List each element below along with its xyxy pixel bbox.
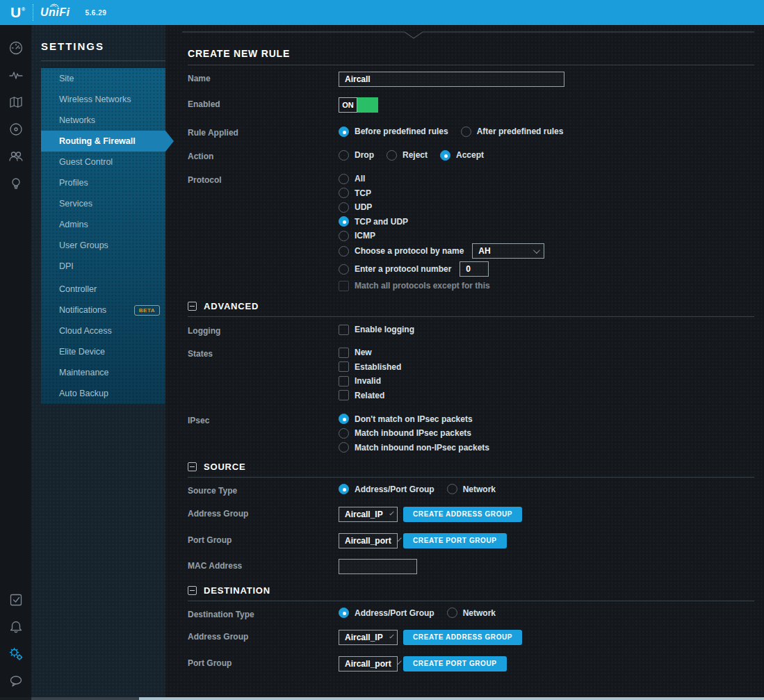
statistics-icon[interactable] (7, 66, 25, 84)
top-bar: U® UniFi 5.6.29 (0, 0, 764, 25)
chat-icon[interactable] (7, 672, 25, 690)
advanced-section-header: ADVANCED (188, 301, 754, 317)
settings-icon[interactable] (7, 645, 25, 663)
events-icon[interactable] (7, 591, 25, 609)
sidebar-item-admins[interactable]: Admins (41, 214, 165, 235)
sidebar-item-controller[interactable]: Controller (41, 279, 165, 300)
name-input[interactable] (339, 72, 564, 87)
horizontal-scrollbar[interactable] (0, 697, 764, 700)
radio-ipsec-match-inbound[interactable] (339, 428, 349, 439)
source-port-group-select[interactable]: Aircall_port (339, 533, 398, 548)
protocol-label: Protocol (188, 173, 339, 291)
scrollbar-thumb[interactable] (139, 697, 764, 700)
settings-menu: Site Wireless Networks Networks Routing … (41, 68, 165, 404)
page-title: CREATE NEW RULE (188, 48, 754, 65)
create-address-group-button[interactable]: CREATE ADDRESS GROUP (403, 630, 522, 645)
port-group-label: Port Group (188, 533, 339, 548)
enable-logging-checkbox[interactable] (339, 325, 349, 335)
protocol-number-input[interactable] (460, 261, 489, 277)
source-port-group-row: Port Group Aircall_port CREATE PORT GROU… (188, 533, 754, 548)
sidebar-item-dpi[interactable]: DPI (41, 256, 165, 277)
collapse-minus-icon[interactable] (188, 302, 197, 311)
sidebar-item-wireless-networks[interactable]: Wireless Networks (41, 89, 165, 110)
settings-sidebar: SETTINGS Site Wireless Networks Networks… (31, 25, 165, 700)
topbar-divider (33, 4, 33, 21)
radio-ipsec-match-inbound-non[interactable] (339, 442, 349, 453)
sidebar-item-site[interactable]: Site (41, 68, 165, 89)
radio-destination-address-port-group[interactable] (339, 608, 349, 618)
state-established-checkbox[interactable] (339, 361, 349, 372)
state-related-checkbox[interactable] (339, 390, 349, 400)
alerts-icon[interactable] (7, 618, 25, 636)
dashboard-icon[interactable] (7, 39, 25, 57)
destination-type-row: Destination Type Address/Port Group Netw… (188, 608, 754, 619)
source-type-row: Source Type Address/Port Group Network (188, 484, 754, 496)
radio-reject[interactable] (387, 150, 397, 161)
mac-address-label: MAC Address (188, 559, 339, 574)
radio-protocol-by-number[interactable] (339, 264, 349, 275)
radio-protocol-all[interactable] (339, 174, 349, 184)
devices-icon[interactable] (7, 120, 25, 138)
radio-protocol-icmp[interactable] (339, 231, 349, 241)
sidebar-divider (41, 60, 165, 61)
name-label: Name (188, 72, 339, 87)
sidebar-item-routing-firewall[interactable]: Routing & Firewall (41, 131, 165, 152)
wifi-arcs-icon (49, 2, 59, 8)
ubiquiti-logo-icon[interactable]: U® (0, 4, 31, 21)
create-address-group-button[interactable]: CREATE ADDRESS GROUP (403, 507, 522, 522)
radio-accept[interactable] (440, 150, 450, 161)
radio-ipsec-dont-match[interactable] (339, 414, 349, 424)
destination-port-group-select[interactable]: Aircall_port (339, 656, 398, 671)
radio-destination-network[interactable] (447, 608, 457, 618)
sidebar-item-services[interactable]: Services (41, 193, 165, 214)
source-type-label: Source Type (188, 484, 339, 496)
enabled-row: Enabled ON (188, 97, 754, 113)
radio-protocol-by-name[interactable] (339, 246, 349, 257)
radio-drop[interactable] (339, 150, 349, 161)
sidebar-item-auto-backup[interactable]: Auto Backup (41, 383, 165, 404)
logging-label: Logging (188, 324, 339, 336)
rule-applied-label: Rule Applied (188, 126, 339, 138)
chevron-down-icon (389, 634, 394, 639)
radio-after-predefined[interactable] (461, 127, 471, 137)
sidebar-item-notifications[interactable]: NotificationsBETA (41, 300, 165, 320)
icon-rail (0, 25, 31, 700)
sidebar-item-cloud-access[interactable]: Cloud Access (41, 320, 165, 341)
radio-source-address-port-group[interactable] (339, 484, 349, 494)
protocol-name-select[interactable]: AH (472, 243, 544, 259)
radio-protocol-tcp-udp[interactable] (339, 216, 349, 227)
radio-source-network[interactable] (447, 484, 457, 494)
state-invalid-checkbox[interactable] (339, 376, 349, 386)
source-address-group-select[interactable]: Aircall_IP (339, 507, 398, 522)
main-panel: CREATE NEW RULE Name Enabled ON Rule App… (165, 25, 764, 700)
sidebar-item-profiles[interactable]: Profiles (41, 172, 165, 193)
chevron-down-icon (533, 247, 540, 254)
destination-type-label: Destination Type (188, 608, 339, 619)
states-row: States New Established Invalid Related (188, 347, 754, 401)
insights-icon[interactable] (7, 174, 25, 193)
sidebar-item-user-groups[interactable]: User Groups (41, 235, 165, 256)
destination-address-group-select[interactable]: Aircall_IP (339, 630, 398, 645)
sidebar-item-guest-control[interactable]: Guest Control (41, 152, 165, 172)
create-port-group-button[interactable]: CREATE PORT GROUP (403, 533, 507, 548)
sidebar-item-elite-device[interactable]: Elite Device (41, 341, 165, 362)
collapse-minus-icon[interactable] (188, 586, 197, 595)
collapse-minus-icon[interactable] (188, 462, 197, 471)
sidebar-item-maintenance[interactable]: Maintenance (41, 362, 165, 383)
clients-icon[interactable] (7, 147, 25, 165)
create-port-group-button[interactable]: CREATE PORT GROUP (403, 656, 507, 671)
enabled-toggle[interactable]: ON (339, 97, 378, 113)
address-group-label: Address Group (188, 507, 339, 522)
mac-address-input[interactable] (339, 559, 417, 574)
collapse-chevron[interactable] (182, 31, 754, 41)
destination-section-header: DESTINATION (188, 585, 754, 601)
radio-protocol-tcp[interactable] (339, 188, 349, 198)
radio-protocol-udp[interactable] (339, 202, 349, 213)
radio-before-predefined[interactable] (339, 127, 349, 137)
protocol-row: Protocol All TCP UDP TCP and UDP ICMP Ch… (188, 173, 754, 291)
sidebar-item-networks[interactable]: Networks (41, 110, 165, 131)
match-all-protocols-checkbox[interactable] (339, 281, 349, 291)
state-new-checkbox[interactable] (339, 348, 349, 358)
scrollbar-track (31, 697, 139, 700)
map-icon[interactable] (7, 93, 25, 111)
